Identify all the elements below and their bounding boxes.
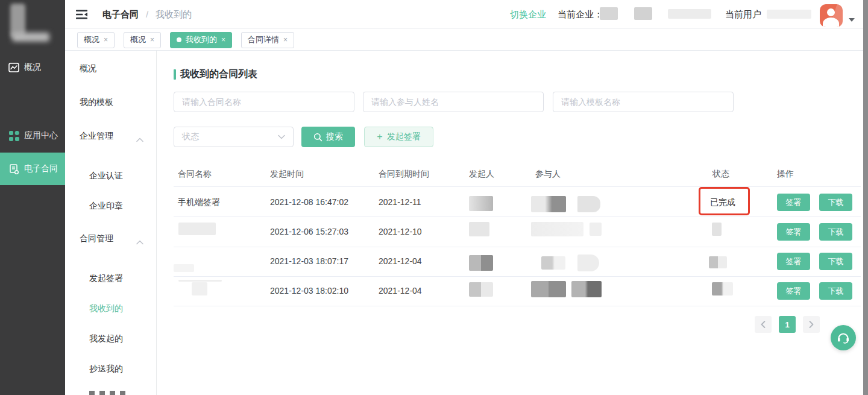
- sign-button[interactable]: 签署: [777, 253, 810, 270]
- title-accent-bar: [174, 69, 176, 80]
- pagination-prev-button[interactable]: [755, 316, 772, 333]
- chevron-up-icon[interactable]: [136, 236, 143, 241]
- app-window: 概况 应用中心 电子合同 电子合同 / 我收到的 切换企业 当前企业： 当前用户: [0, 0, 868, 395]
- user-menu-caret-icon[interactable]: [849, 18, 855, 22]
- initiate-sign-button[interactable]: + 发起签署: [364, 127, 433, 147]
- sidebar-item-app-center[interactable]: 应用中心: [0, 125, 65, 146]
- menu-item-received[interactable]: 我收到的: [89, 303, 123, 314]
- chevron-up-icon[interactable]: [136, 134, 143, 139]
- redacted-participant: [577, 196, 600, 212]
- sign-button[interactable]: 签署: [777, 223, 810, 241]
- close-icon[interactable]: ×: [150, 36, 154, 44]
- primary-sidebar: 概况 应用中心 电子合同: [0, 0, 65, 395]
- redacted-contract-name: [174, 264, 194, 272]
- template-name-input[interactable]: [553, 92, 734, 112]
- sign-button[interactable]: 签署: [777, 282, 810, 300]
- customer-service-button[interactable]: [831, 325, 856, 350]
- download-button[interactable]: 下载: [819, 253, 852, 270]
- col-header-expire-time: 合同到期时间: [379, 169, 429, 180]
- company-logo-text: [12, 33, 49, 42]
- sidebar-item-econtract[interactable]: 电子合同: [0, 153, 65, 185]
- user-avatar[interactable]: [820, 4, 843, 27]
- secondary-sidebar: 概况 我的模板 企业管理 企业认证 企业印章 合同管理 发起签署 我收到的 我发…: [65, 51, 157, 395]
- col-header-start-time: 发起时间: [270, 169, 304, 180]
- start-time: 2021-12-03 18:07:17: [270, 256, 348, 266]
- page-scrollbar[interactable]: [863, 0, 868, 395]
- search-button[interactable]: 搜索: [301, 127, 355, 147]
- contract-name[interactable]: 手机端签署: [178, 197, 220, 208]
- tab-overview-1[interactable]: 概况 ×: [77, 32, 115, 48]
- chevron-right-icon: [809, 321, 814, 328]
- tab-label: 合同详情: [248, 34, 279, 45]
- redacted-participant: [531, 196, 566, 212]
- redacted-company-name: [600, 7, 618, 20]
- close-icon[interactable]: ×: [104, 36, 108, 44]
- redacted-initiator: [469, 255, 493, 271]
- collapse-menu-icon[interactable]: [76, 10, 87, 19]
- redacted-participant: [577, 254, 599, 271]
- pagination-next-button[interactable]: [803, 316, 820, 333]
- open-tabs-bar: 概况 × 概况 × 我收到的 × 合同详情 ×: [65, 30, 868, 51]
- col-header-action: 操作: [777, 169, 794, 180]
- status-select[interactable]: 状态: [174, 127, 294, 147]
- expire-time: 2021-12-10: [379, 227, 422, 236]
- sidebar-item-label: 概况: [24, 62, 41, 73]
- redacted-status: [712, 223, 722, 236]
- menu-item-initiate-sign[interactable]: 发起签署: [89, 273, 123, 284]
- tab-overview-2[interactable]: 概况 ×: [124, 32, 161, 48]
- headset-icon: [836, 330, 851, 345]
- menu-item-company-cert[interactable]: 企业认证: [89, 171, 123, 182]
- main-content: 我收到的合同列表 状态 搜索 + 发起签署 合同名称 发起时间 合同到期时间 发…: [157, 51, 863, 395]
- econtract-icon: [8, 163, 19, 174]
- redacted-user-name: [767, 10, 811, 19]
- menu-item-clipped[interactable]: [89, 391, 129, 395]
- switch-company-link[interactable]: 切换企业: [510, 9, 546, 21]
- sign-button[interactable]: 签署: [777, 194, 810, 211]
- row-divider: [174, 186, 861, 187]
- menu-item-my-templates[interactable]: 我的模板: [80, 97, 113, 108]
- menu-group-contract-mgmt[interactable]: 合同管理: [80, 233, 113, 244]
- tab-label: 概况: [84, 34, 99, 45]
- close-icon[interactable]: ×: [221, 36, 225, 44]
- start-time: 2021-12-06 15:27:03: [270, 227, 348, 236]
- sidebar-item-label: 电子合同: [24, 163, 58, 174]
- redacted-initiator: [469, 222, 489, 236]
- col-header-status: 状态: [712, 169, 729, 180]
- tab-received[interactable]: 我收到的 ×: [170, 32, 232, 48]
- row-divider: [174, 306, 861, 306]
- redacted-status: [709, 256, 727, 268]
- redacted-participant: [531, 281, 566, 297]
- current-company-label: 当前企业：: [558, 9, 603, 21]
- redacted-contract-name: [178, 223, 216, 235]
- breadcrumb-root[interactable]: 电子合同: [102, 9, 139, 21]
- redacted-company-name: [668, 9, 711, 19]
- sidebar-item-label: 应用中心: [24, 130, 58, 141]
- col-header-contract-name: 合同名称: [178, 169, 212, 180]
- tab-contract-detail[interactable]: 合同详情 ×: [241, 32, 294, 48]
- col-header-initiator: 发起人: [469, 169, 494, 180]
- menu-item-company-seal[interactable]: 企业印章: [89, 201, 123, 212]
- menu-item-cc-me[interactable]: 抄送我的: [89, 364, 123, 374]
- active-dot-icon: [177, 37, 181, 42]
- pagination-page-1[interactable]: 1: [779, 316, 796, 333]
- redacted-participant: [590, 223, 602, 236]
- chevron-down-icon: [278, 134, 285, 139]
- download-button[interactable]: 下载: [819, 194, 852, 211]
- start-time: 2021-12-03 18:02:10: [270, 286, 348, 295]
- expire-time: 2021-12-04: [379, 256, 422, 266]
- overview-chart-icon: [8, 62, 19, 73]
- row-divider: [174, 276, 861, 277]
- menu-item-overview[interactable]: 概况: [80, 63, 96, 74]
- download-button[interactable]: 下载: [819, 282, 852, 300]
- menu-group-company-mgmt[interactable]: 企业管理: [80, 131, 113, 142]
- sidebar-item-overview[interactable]: 概况: [0, 57, 65, 78]
- annotation-highlight-box: [699, 187, 750, 215]
- redacted-initiator: [469, 196, 493, 211]
- participant-name-input[interactable]: [363, 92, 544, 112]
- breadcrumb-current: 我收到的: [156, 9, 192, 21]
- row-divider: [174, 216, 861, 217]
- close-icon[interactable]: ×: [283, 36, 288, 44]
- download-button[interactable]: 下载: [819, 223, 852, 241]
- contract-name-input[interactable]: [174, 92, 354, 112]
- menu-item-initiated[interactable]: 我发起的: [89, 333, 123, 344]
